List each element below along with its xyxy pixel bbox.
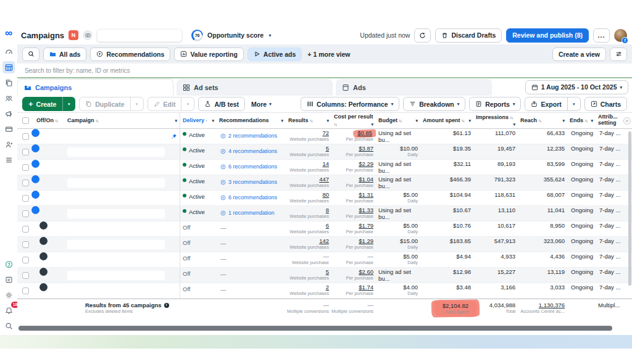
chat-icon[interactable] — [83, 30, 93, 40]
campaign-name-cell[interactable] — [65, 160, 180, 175]
billing-icon[interactable] — [2, 123, 15, 135]
column-header-recommendations[interactable]: Recommendations▾ — [217, 113, 286, 128]
view-tab-recommendations[interactable]: Recommendations — [90, 48, 170, 61]
column-header-campaign[interactable]: Campaign↑↓▾ — [65, 113, 180, 128]
tab-ads[interactable]: Ads — [336, 79, 492, 96]
column-header-cost-per-result[interactable]: Cost per result↑↓▾ — [331, 113, 376, 128]
campaign-name-cell[interactable] — [65, 252, 180, 267]
row-checkbox[interactable] — [22, 149, 29, 155]
campaign-name-cell[interactable] — [65, 283, 180, 298]
meta-logo[interactable]: ∞ — [5, 28, 12, 38]
advertise-icon[interactable] — [2, 107, 15, 120]
business-settings-icon[interactable] — [2, 138, 15, 151]
ab-test-button[interactable]: A/B test — [198, 97, 245, 111]
info-icon[interactable]: i — [164, 303, 169, 308]
opportunity-score-value: 76 — [195, 33, 200, 38]
export-dropdown[interactable]: ▾ — [568, 97, 581, 111]
row-checkbox[interactable] — [22, 241, 29, 248]
campaign-name-cell[interactable] — [65, 206, 180, 221]
campaign-name-cell[interactable] — [65, 237, 180, 252]
opportunity-score-label[interactable]: Opportunity score — [207, 31, 264, 39]
help-icon[interactable] — [2, 258, 15, 270]
reports-button[interactable]: Reports▾ — [469, 97, 521, 111]
more-menu-button[interactable]: ... — [593, 28, 610, 43]
cost-type: Per purchase — [346, 214, 373, 220]
view-settings-icon[interactable] — [610, 48, 627, 61]
view-tab-value-reporting[interactable]: Value reporting — [174, 48, 243, 61]
charts-button[interactable]: Charts — [584, 97, 627, 111]
horizontal-scrollbar[interactable] — [19, 326, 612, 331]
recommendations-link[interactable]: 6 recommendations — [220, 161, 277, 170]
columns-button[interactable]: Columns: Performance▾ — [301, 97, 399, 111]
row-checkbox[interactable] — [22, 287, 29, 294]
column-header-amount-spent[interactable]: Amount spent↑↓▾ — [420, 113, 473, 128]
create-button[interactable]: +Create — [22, 97, 62, 111]
more-views-button[interactable]: + 1 more view — [307, 51, 350, 58]
recommendations-link[interactable]: 2 recommendations — [220, 130, 277, 139]
column-header-budget[interactable]: Budget↑↓▾ — [376, 113, 420, 128]
recommendations-link[interactable]: 1 recommendation — [220, 207, 275, 216]
recommendations-link[interactable]: 3 recommendations — [220, 176, 277, 185]
filter-search-input[interactable] — [25, 67, 625, 74]
account-search-field[interactable] — [97, 29, 182, 42]
row-checkbox[interactable] — [22, 133, 29, 140]
date-range-button[interactable]: 1 Aug 2025 - 10 Oct 2025▾ — [525, 80, 628, 94]
pages-icon[interactable] — [2, 77, 15, 89]
more-button[interactable]: More▾ — [249, 101, 274, 108]
column-header-ends[interactable]: Ends↑↓▾ — [567, 113, 596, 128]
business-support-icon[interactable] — [2, 273, 15, 286]
column-header-off-on[interactable]: Off/On↑↓ — [34, 113, 65, 128]
campaign-name-cell[interactable] — [65, 129, 180, 144]
results-cell: 72Website purchases — [286, 129, 331, 144]
row-checkbox[interactable] — [22, 210, 29, 217]
avatar[interactable] — [614, 29, 627, 42]
view-tab-all-ads[interactable]: All ads — [43, 48, 86, 61]
view-tab-active-ads[interactable]: Active ads — [247, 48, 302, 61]
recommendations-link[interactable]: 4 recommendations — [220, 146, 277, 154]
review-publish-button[interactable]: Review and publish (8) — [506, 28, 589, 43]
duplicate-button[interactable]: Duplicate — [79, 97, 130, 111]
refresh-button[interactable] — [414, 28, 431, 43]
notifications-icon[interactable]: 18 — [2, 304, 15, 316]
breakdown-button[interactable]: Breakdown▾ — [403, 97, 465, 111]
discard-drafts-button[interactable]: Discard Drafts — [435, 28, 502, 43]
select-all-checkbox[interactable] — [22, 117, 29, 124]
duplicate-dropdown[interactable]: ▾ — [131, 97, 144, 111]
row-checkbox[interactable] — [22, 195, 29, 202]
level-tabs: Campaigns Ad sets Ads 1 Aug 2025 - 10 Oc… — [17, 78, 632, 96]
create-view-button[interactable]: Create a view — [552, 48, 606, 61]
campaign-name-cell[interactable] — [65, 144, 180, 159]
row-checkbox[interactable] — [22, 180, 29, 186]
column-header-results[interactable]: Results↑↓▾ — [286, 113, 331, 128]
settings-icon[interactable] — [2, 289, 15, 301]
campaign-name-cell[interactable] — [65, 175, 180, 190]
summary-reach-total: 1,130,376Accounts Centre ac... — [518, 299, 567, 320]
edit-button[interactable]: Edit — [148, 97, 182, 111]
all-tools-icon[interactable] — [2, 154, 15, 166]
cost-value[interactable]: $0.85 — [356, 130, 373, 137]
export-button[interactable]: Export — [525, 97, 567, 111]
column-header-impressions[interactable]: Impressions↑↓▾ — [473, 113, 518, 128]
campaigns-icon[interactable] — [2, 61, 15, 73]
column-settings-icon[interactable] — [623, 117, 631, 125]
results-cell: 5Website purchases — [286, 268, 331, 283]
row-checkbox[interactable] — [22, 272, 29, 279]
recommendations-link[interactable]: 6 recommendations — [220, 192, 277, 201]
row-checkbox[interactable] — [22, 164, 29, 171]
column-header-delivery[interactable]: Delivery↑▾ — [180, 113, 217, 128]
campaign-name-cell[interactable] — [65, 221, 180, 236]
create-dropdown[interactable]: ▾ — [62, 97, 75, 111]
account-overview-icon[interactable] — [2, 46, 15, 58]
row-checkbox[interactable] — [22, 226, 29, 233]
campaign-name-cell[interactable] — [65, 191, 180, 205]
audiences-icon[interactable] — [2, 92, 15, 104]
tab-ad-sets[interactable]: Ad sets — [177, 79, 333, 96]
vertical-scrollbar[interactable] — [628, 131, 631, 286]
campaign-name-cell[interactable] — [65, 268, 180, 283]
row-checkbox[interactable] — [22, 257, 29, 263]
search-icon[interactable] — [2, 320, 15, 332]
edit-dropdown[interactable]: ▾ — [181, 97, 194, 111]
search-view-button[interactable] — [22, 48, 40, 61]
column-header-reach[interactable]: Reach↑↓▾ — [518, 113, 567, 128]
tab-campaigns[interactable]: Campaigns — [17, 79, 173, 96]
